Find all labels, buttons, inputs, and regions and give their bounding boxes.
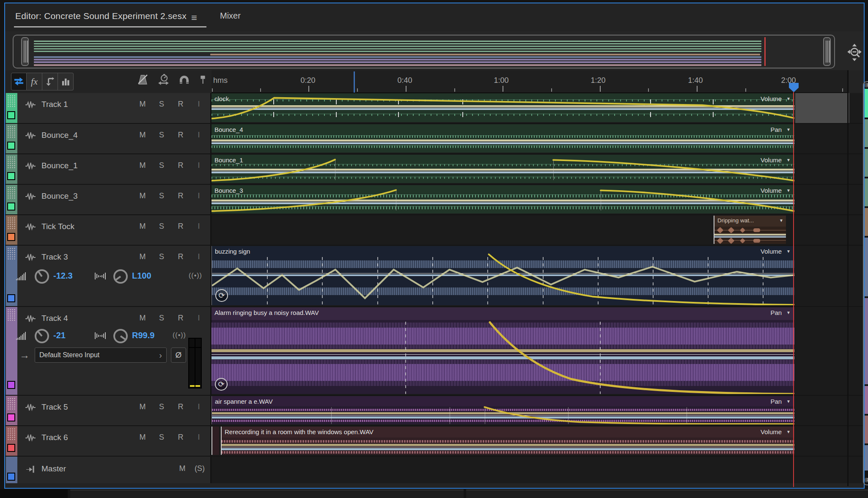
routing-tool-button[interactable] (42, 73, 58, 90)
track-header-track1[interactable]: Track 1 M S R I (5, 93, 212, 123)
track-name[interactable]: Bounce_1 (41, 161, 78, 170)
loop-badge-icon[interactable]: ⟳ (215, 378, 228, 391)
navigator-right-handle[interactable] (823, 37, 831, 66)
clip-bounce3[interactable]: Bounce_3 Volume▼ (212, 185, 794, 213)
pan-value[interactable]: L100 (132, 271, 151, 281)
input-monitor-button[interactable]: I (194, 433, 203, 442)
navigator-left-handle[interactable] (21, 37, 29, 66)
mute-button[interactable]: M (138, 192, 147, 200)
solo-button[interactable]: S (157, 131, 166, 140)
track-name[interactable]: Track 1 (41, 100, 68, 109)
automation-selector[interactable]: Pan▼ (770, 309, 791, 316)
automation-selector[interactable]: Volume▼ (761, 428, 791, 435)
input-monitor-button[interactable]: I (194, 222, 203, 231)
mute-button[interactable]: M (178, 464, 187, 473)
volume-envelope[interactable] (212, 185, 794, 213)
track-name[interactable]: Bounce_3 (41, 192, 78, 201)
mute-button[interactable]: M (138, 100, 147, 109)
marker-pin-icon[interactable] (199, 74, 207, 85)
automation-selector[interactable]: Volume▼ (761, 248, 791, 255)
automation-selector[interactable]: Pan▼ (770, 398, 791, 405)
track-name[interactable]: Track 3 (41, 252, 68, 262)
track-name[interactable]: Bounce_4 (41, 131, 78, 140)
volume-knob[interactable] (35, 329, 49, 343)
clip-bounce1[interactable]: Bounce_1 Volume▼ (212, 155, 794, 183)
solo-button[interactable]: S (157, 314, 166, 323)
record-arm-button[interactable]: R (176, 161, 185, 170)
mute-button[interactable]: M (138, 131, 147, 140)
record-arm-button[interactable]: R (176, 100, 185, 109)
solo-button[interactable]: S (157, 192, 166, 200)
phase-invert-button[interactable]: Ø (171, 348, 186, 363)
solo-safe-button[interactable]: (S) (195, 464, 204, 473)
volume-knob[interactable] (35, 269, 49, 284)
clip-dropdown[interactable]: ▼ (779, 218, 783, 223)
volume-value[interactable]: -21 (53, 331, 66, 340)
track-header-bounce3[interactable]: Bounce_3 M S R I (5, 185, 212, 214)
mute-button[interactable]: M (138, 252, 147, 261)
track-color-swatch[interactable] (7, 233, 15, 241)
zoom-navigate-icon[interactable] (847, 43, 862, 62)
loop-badge-icon[interactable]: ⟳ (215, 289, 228, 302)
track-color-strip[interactable] (6, 457, 17, 483)
input-monitor-button[interactable]: I (194, 252, 203, 261)
automation-selector[interactable]: Volume▼ (761, 187, 791, 194)
clip-clock[interactable]: clock Volume▼ (212, 93, 794, 122)
volume-envelope[interactable] (212, 155, 794, 183)
pan-knob[interactable] (113, 329, 128, 343)
scrollbar-bottom-grip[interactable] (865, 478, 868, 482)
track-color-strip[interactable] (6, 307, 17, 395)
track-color-strip[interactable] (6, 215, 17, 245)
input-monitor-button[interactable]: I (194, 100, 203, 109)
solo-button[interactable]: S (157, 402, 166, 411)
record-arm-button[interactable]: R (176, 131, 185, 140)
monitor-input-icon[interactable]: ((•)) (189, 272, 202, 279)
track-header-master[interactable]: Master M (S) (5, 457, 212, 483)
clip-dripping-water[interactable]: Dripping wat... ▼ (714, 216, 786, 244)
solo-button[interactable]: S (157, 222, 166, 231)
track-color-strip[interactable] (6, 93, 17, 123)
tab-mixer[interactable]: Mixer (220, 11, 241, 21)
automation-selector[interactable]: Pan▼ (770, 126, 791, 133)
automation-selector[interactable]: Volume▼ (761, 95, 791, 102)
playhead-line[interactable] (793, 92, 794, 487)
input-monitor-button[interactable]: I (194, 192, 203, 200)
track-name[interactable]: Tick Tock (41, 222, 74, 231)
mute-button[interactable]: M (138, 402, 147, 411)
input-monitor-button[interactable]: I (194, 161, 203, 170)
record-arm-button[interactable]: R (176, 402, 185, 411)
track-color-swatch[interactable] (7, 202, 15, 211)
metronome-icon[interactable] (137, 74, 148, 85)
track-color-swatch[interactable] (7, 473, 15, 481)
track-color-swatch[interactable] (7, 381, 15, 389)
track-color-swatch[interactable] (7, 294, 15, 302)
clip-buzzing-sign[interactable]: buzzing sign Volume▼ ⟳ (212, 246, 794, 305)
clip-alarm-road[interactable]: Alarm ringing busy a noisy road.WAV Pan▼… (212, 307, 794, 394)
effects-rack-button[interactable]: fx (27, 73, 42, 90)
track-header-bounce1[interactable]: Bounce_1 M S R I (5, 154, 212, 184)
timeline-ruler[interactable]: hms 0:20 0:40 1:00 1:20 1:40 2:00 (212, 70, 849, 93)
track-color-strip[interactable] (6, 246, 17, 306)
track-header-track3[interactable]: Track 3 M S R I -12.3 L100 ((•)) (5, 246, 212, 306)
input-monitor-button[interactable]: I (194, 131, 203, 140)
track-header-track4[interactable]: Track 4 M S R I -21 R99.9 ((•)) → Defaul… (5, 307, 212, 395)
track-color-swatch[interactable] (7, 413, 15, 421)
solo-button[interactable]: S (157, 252, 166, 261)
move-tool-button[interactable] (11, 73, 27, 90)
clip-air-spanner[interactable]: air spanner a e.WAV Pan▼ (212, 396, 794, 424)
input-select[interactable]: Default Stereo Input› (35, 348, 167, 363)
pan-value[interactable]: R99.9 (132, 331, 154, 340)
input-monitor-button[interactable]: I (194, 314, 203, 323)
track-header-track6[interactable]: Track 6 M S R I (5, 426, 212, 456)
mute-button[interactable]: M (138, 314, 147, 323)
input-monitor-button[interactable]: I (194, 402, 203, 411)
automation-selector[interactable]: Volume▼ (761, 156, 791, 164)
track-color-strip[interactable] (6, 124, 17, 153)
track-name[interactable]: Track 5 (41, 402, 68, 412)
clip-fragment[interactable] (212, 427, 219, 455)
snap-magnet-icon[interactable] (179, 74, 190, 85)
track-color-swatch[interactable] (7, 111, 15, 119)
record-arm-button[interactable]: R (176, 252, 185, 261)
track-color-swatch[interactable] (7, 444, 15, 452)
solo-button[interactable]: S (157, 100, 166, 109)
